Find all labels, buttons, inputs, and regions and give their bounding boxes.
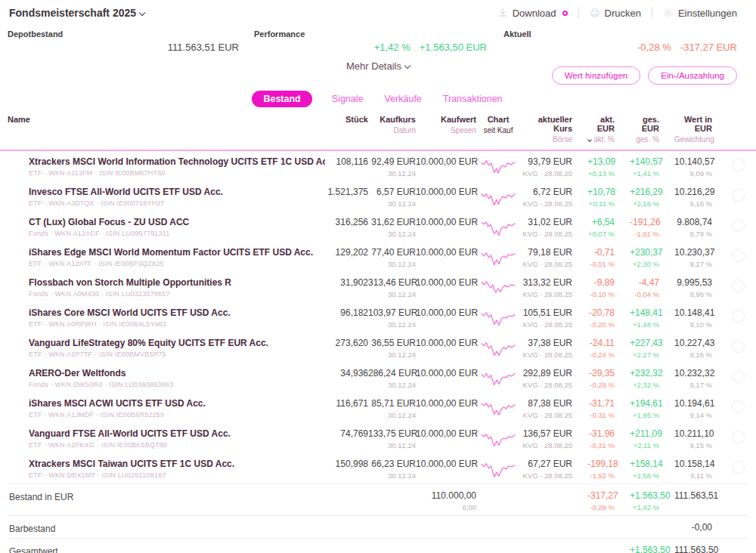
divider (652, 7, 652, 19)
table-row[interactable]: Vanguard LifeStrategy 80% Equity UCITS E… (8, 332, 748, 363)
sparkline-chart[interactable] (481, 157, 516, 177)
stueck-value: 273,620 (325, 338, 368, 348)
fund-name-link[interactable]: iShares MSCI ACWI UCITS ETF USD Acc. (29, 398, 325, 409)
table-row[interactable]: ARERO-Der Weltfonds Fonds · WKN DWS0R4 ·… (8, 363, 748, 393)
kaufkurs-value: 92,49 EUR (368, 156, 416, 167)
kaufkurs-value: 6,57 EUR (368, 187, 416, 197)
wert-in-eur-value: 10.148,41 (674, 307, 712, 318)
aktuell-eur: -317,27 EUR (680, 42, 737, 53)
gewichtung-value: 9,16 % (674, 199, 712, 208)
aktuell-block: Aktuell -0,28 % -317,27 EUR (487, 29, 737, 53)
row-action-button[interactable] (732, 280, 745, 292)
tab-bestand[interactable]: Bestand (252, 91, 311, 107)
row-action-button[interactable] (732, 189, 745, 202)
boerse-info: KVG · 28.08.25 (520, 381, 572, 389)
fund-name-link[interactable]: CT (Lux) Global Focus - ZU USD ACC (29, 217, 325, 227)
boerse-info: KVG · 28.08.25 (520, 169, 572, 178)
kaufkurs-value: 133,75 EUR (368, 428, 416, 439)
fund-name-link[interactable]: ARERO-Der Weltfonds (29, 368, 325, 378)
tab-verkaeufe[interactable]: Verkäufe (383, 91, 423, 107)
fund-name-link[interactable]: Flossbach von Storch Multiple Opportunit… (29, 277, 325, 288)
table-row[interactable]: iShares Edge MSCI World Momentum Factor … (8, 242, 748, 272)
ges-pct-value: -0,04 % (630, 290, 659, 298)
row-action-button[interactable] (732, 461, 745, 474)
kaufkurs-value: 77,40 EUR (368, 247, 416, 258)
row-action-button[interactable] (732, 340, 745, 353)
portfolio-title-dropdown[interactable]: Fondsmeisterschaft 2025 (9, 7, 144, 19)
sparkline-chart[interactable] (481, 429, 516, 449)
sparkline-chart[interactable] (481, 187, 516, 207)
gear-icon (663, 8, 674, 18)
gewichtung-value: 8,96 % (674, 290, 712, 298)
col-kaufwert[interactable]: Kaufwert (416, 115, 476, 124)
sparkline-chart[interactable] (481, 308, 516, 328)
ges-eur-value: +140,57 (630, 156, 659, 167)
table-row[interactable]: iShares Core MSCI World UCITS ETF USD Ac… (8, 302, 748, 332)
aktueller-kurs-value: 31,02 EUR (520, 217, 572, 227)
fund-name-link[interactable]: iShares Core MSCI World UCITS ETF USD Ac… (29, 307, 325, 318)
barbestand-row: Barbestand -0,00 (8, 515, 748, 538)
portfolio-title: Fondsmeisterschaft 2025 (9, 7, 136, 19)
sort-chevron-icon[interactable] (587, 137, 592, 142)
table-row[interactable]: Invesco FTSE All-World UCITS ETF USD Acc… (8, 181, 748, 212)
table-row[interactable]: Vanguard FTSE All-World UCITS ETF USD Ac… (8, 423, 748, 453)
table-row[interactable]: Flossbach von Storch Multiple Opportunit… (8, 272, 748, 302)
col-stueck[interactable]: Stück (325, 115, 368, 124)
col-kurs[interactable]: aktueller Kurs (520, 115, 572, 133)
wert-hinzufuegen-button[interactable]: Wert hinzufügen (552, 66, 641, 85)
boerse-info: KVG · 28.08.25 (520, 260, 572, 268)
ein-auszahlung-button[interactable]: Ein-/Auszahlung (648, 66, 737, 85)
sparkline-chart[interactable] (481, 338, 516, 358)
table-row[interactable]: CT (Lux) Global Focus - ZU USD ACC Fonds… (8, 212, 748, 242)
sparkline-chart[interactable] (481, 459, 516, 479)
akt-pct-value: -1,92 % (587, 471, 615, 480)
col-kaufkurs[interactable]: Kaufkurs (368, 115, 416, 124)
sparkline-chart[interactable] (481, 399, 516, 419)
print-button[interactable]: Drucken (590, 8, 641, 19)
table-body: Xtrackers MSCI World Information Technol… (0, 151, 756, 483)
col-wert[interactable]: Wert in EUR (674, 115, 712, 133)
row-action-button[interactable] (732, 431, 745, 443)
wert-in-eur-value: 10.230,37 (674, 247, 712, 258)
fund-name-link[interactable]: Invesco FTSE All-World UCITS ETF USD Acc… (29, 187, 325, 197)
boerse-info: KVG · 28.08.25 (520, 199, 572, 208)
col-akt[interactable]: akt. EUR (587, 115, 615, 133)
table-row[interactable]: Xtrackers MSCI Taiwan UCITS ETF 1C USD A… (8, 453, 748, 483)
sparkline-chart[interactable] (481, 369, 516, 388)
fund-name-link[interactable]: iShares Edge MSCI World Momentum Factor … (29, 247, 325, 258)
boerse-info: KVG · 28.08.25 (520, 320, 572, 329)
fund-name-link[interactable]: Vanguard LifeStrategy 80% Equity UCITS E… (29, 338, 325, 348)
stueck-value: 34,936 (325, 368, 368, 378)
sparkline-chart[interactable] (481, 248, 516, 267)
performance-label: Performance (239, 29, 487, 39)
row-action-button[interactable] (732, 400, 745, 413)
row-action-button[interactable] (732, 159, 745, 171)
akt-pct-value: +0,07 % (587, 230, 615, 238)
row-action-button[interactable] (732, 310, 745, 323)
col-ges[interactable]: ges. EUR (630, 115, 659, 133)
tab-transaktionen[interactable]: Transaktionen (442, 91, 504, 107)
fund-name-link[interactable]: Xtrackers MSCI Taiwan UCITS ETF 1C USD A… (29, 459, 325, 469)
fund-info: ETF · WKN A3D7QX · ISIN IE000716YHJ7 (29, 199, 325, 207)
fund-info: ETF · WKN DBX1MT · ISIN LU0292109187 (29, 471, 325, 479)
wert-in-eur-value: 10.140,57 (674, 156, 712, 167)
row-action-button[interactable] (732, 370, 745, 383)
tab-signale[interactable]: Signale (330, 91, 365, 107)
sparkline-chart[interactable] (481, 218, 516, 237)
fund-name-link[interactable]: Xtrackers MSCI World Information Technol… (29, 156, 325, 167)
table-row[interactable]: Xtrackers MSCI World Information Technol… (8, 151, 748, 181)
row-action-button[interactable] (732, 219, 745, 232)
fund-name-link[interactable]: Vanguard FTSE All-World UCITS ETF USD Ac… (29, 428, 325, 439)
boerse-info: KVG · 28.08.25 (520, 471, 572, 480)
table-row[interactable]: iShares MSCI ACWI UCITS ETF USD Acc. ETF… (8, 393, 748, 423)
ges-pct-value: +1,41 % (630, 169, 659, 178)
akt-eur-value: -199,18 (587, 459, 615, 469)
wert-in-eur-value: 9.995,53 (674, 277, 712, 288)
depotbestand-label: Depotbestand (8, 29, 239, 39)
sparkline-chart[interactable] (481, 278, 516, 298)
ges-eur-value: +230,37 (630, 247, 659, 258)
row-action-button[interactable] (732, 249, 745, 262)
settings-button[interactable]: Einstellungen (663, 8, 737, 19)
fund-info: ETF · WKN A0RPWH · ISIN IE00B4L5Y983 (29, 320, 325, 328)
download-button[interactable]: Download (497, 8, 568, 19)
